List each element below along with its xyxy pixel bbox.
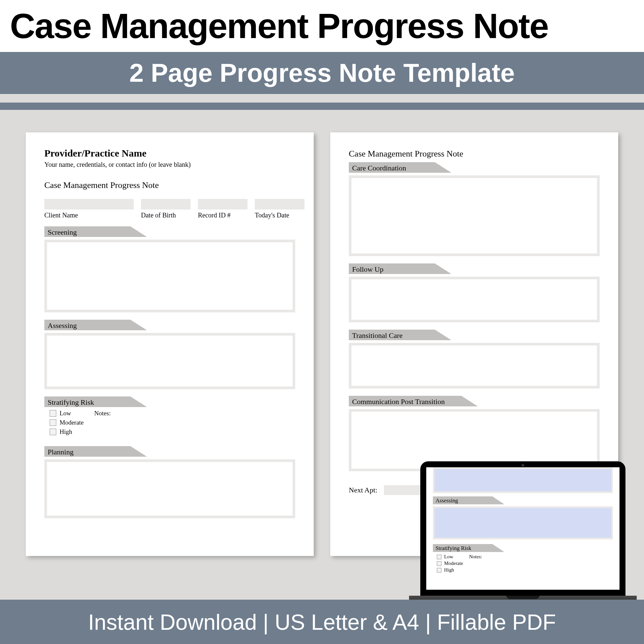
client-name-input[interactable] [44, 199, 134, 209]
transitional-textarea[interactable] [349, 343, 600, 389]
screening-textarea[interactable] [44, 240, 295, 312]
follow-up-section: Follow Up [349, 263, 600, 322]
transitional-section: Transitional Care [349, 330, 600, 389]
planning-label: Planning [44, 446, 130, 457]
laptop-inner-content: Assessing Stratifying Risk Low Notes: Mo… [426, 467, 620, 590]
record-id-input[interactable] [198, 199, 248, 209]
page-subtitle: 2 Page Progress Note Template [0, 52, 644, 94]
tab-corner-icon [435, 330, 451, 340]
transitional-label: Transitional Care [349, 330, 435, 340]
footer-text: Instant Download | US Letter & A4 | Fill… [0, 600, 644, 644]
laptop-risk-moderate-label: Moderate [444, 561, 463, 566]
risk-moderate-label: Moderate [60, 419, 84, 426]
provider-name-heading: Provider/Practice Name [44, 148, 295, 159]
tab-corner-icon [130, 226, 147, 237]
accent-divider [0, 103, 644, 110]
laptop-stratifying-label: Stratifying Risk [433, 544, 492, 552]
planning-section: Planning [44, 446, 295, 518]
record-id-label: Record ID # [198, 211, 248, 219]
assessing-label: Assessing [44, 320, 130, 330]
risk-moderate-checkbox[interactable] [50, 419, 56, 426]
laptop-risk-low-label: Low [444, 554, 453, 560]
page-title: Case Management Progress Note [0, 0, 644, 52]
tab-corner-icon [130, 446, 147, 457]
tab-corner-icon [130, 320, 147, 330]
dob-input[interactable] [141, 199, 191, 209]
screening-label: Screening [44, 226, 130, 237]
risk-high-label: High [60, 428, 72, 436]
stratifying-section: Stratifying Risk Low Notes: Moderate Hig… [44, 396, 295, 439]
template-page-1: Provider/Practice Name Your name, creden… [26, 132, 314, 556]
laptop-risk-notes-label: Notes: [469, 554, 482, 560]
tab-corner-icon [435, 263, 451, 274]
laptop-screen: Assessing Stratifying Risk Low Notes: Mo… [420, 461, 625, 596]
laptop-assessing-label: Assessing [433, 496, 492, 504]
client-info-row: Client Name Date of Birth Record ID # To… [44, 199, 295, 219]
care-coordination-textarea[interactable] [349, 175, 600, 256]
provider-sub-text: Your name, credentials, or contact info … [44, 161, 295, 168]
stratifying-label: Stratifying Risk [44, 396, 130, 407]
tab-corner-icon [492, 496, 504, 504]
care-coordination-section: Care Coordination [349, 162, 600, 256]
laptop-risk-moderate-checkbox [437, 561, 441, 566]
risk-high-checkbox[interactable] [50, 429, 56, 435]
laptop-assessing-box [433, 506, 613, 539]
screening-section: Screening [44, 226, 295, 312]
tab-corner-icon [130, 396, 147, 407]
risk-low-checkbox[interactable] [50, 410, 56, 417]
document-title-p2: Case Management Progress Note [349, 149, 600, 159]
laptop-risk-high-label: High [444, 567, 454, 573]
risk-notes-label: Notes: [94, 410, 111, 417]
tab-corner-icon [435, 162, 451, 173]
next-apt-label: Next Apt: [349, 486, 377, 494]
tab-corner-icon [461, 396, 478, 406]
laptop-risk-low-checkbox [437, 555, 441, 559]
planning-textarea[interactable] [44, 459, 295, 518]
communication-label: Communication Post Transition [349, 396, 461, 406]
tab-corner-icon [492, 544, 504, 552]
follow-up-textarea[interactable] [349, 277, 600, 322]
todays-date-label: Today's Date [255, 211, 304, 219]
assessing-section: Assessing [44, 320, 295, 389]
risk-low-label: Low [60, 410, 71, 417]
communication-section: Communication Post Transition [349, 396, 600, 471]
todays-date-input[interactable] [255, 199, 304, 209]
care-coordination-label: Care Coordination [349, 162, 435, 173]
document-title: Case Management Progress Note [44, 180, 295, 190]
assessing-textarea[interactable] [44, 333, 295, 389]
dob-label: Date of Birth [141, 211, 191, 219]
client-name-label: Client Name [44, 211, 134, 219]
laptop-risk-high-checkbox [437, 568, 441, 573]
laptop-fillable-box [433, 467, 613, 493]
follow-up-label: Follow Up [349, 263, 435, 274]
laptop-mockup: Assessing Stratifying Risk Low Notes: Mo… [420, 461, 625, 604]
